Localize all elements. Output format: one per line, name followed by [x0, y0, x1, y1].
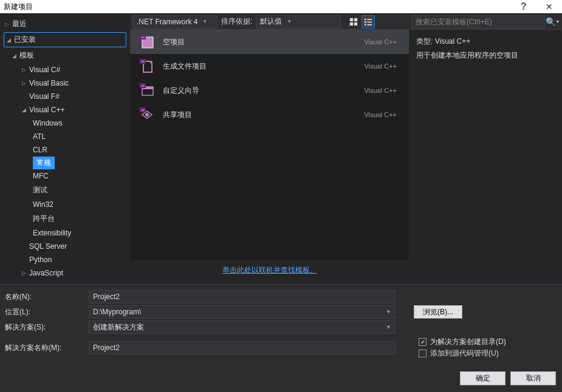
sidebar-item-javascript[interactable]: ▷JavaScript [0, 266, 130, 280]
sidebar-item-fsharp[interactable]: Visual F# [0, 90, 130, 103]
project-name-input[interactable] [89, 290, 396, 303]
cpp-wizard-icon: ++ [137, 81, 157, 100]
search-input[interactable] [411, 15, 545, 29]
sidebar-item-clr[interactable]: CLR [0, 143, 130, 157]
solution-name-input[interactable] [89, 341, 396, 354]
dialog-title: 新建项目 [4, 2, 33, 12]
sidebar-templates[interactable]: ◢模板 [0, 48, 130, 63]
svg-rect-6 [365, 21, 366, 23]
titlebar: 新建项目 ? ✕ [0, 0, 562, 13]
sidebar-item-csharp[interactable]: ▷Visual C# [0, 63, 130, 76]
sidebar: ▷最近 ◢已安装 ◢模板 ▷Visual C# ▷Visual Basic Vi… [0, 14, 130, 284]
svg-rect-5 [368, 19, 372, 20]
search-button[interactable]: 🔍▾ [545, 15, 560, 29]
sidebar-item-mfc[interactable]: MFC [0, 169, 130, 183]
sidebar-installed[interactable]: ◢已安装 [4, 32, 126, 47]
solution-input[interactable] [93, 323, 386, 331]
svg-point-20 [145, 113, 149, 117]
svg-text:++: ++ [141, 59, 145, 63]
ok-button[interactable]: 确定 [460, 371, 505, 385]
cpp-project-icon: ++ [137, 32, 157, 52]
sort-dropdown[interactable]: 默认值▼ [256, 15, 341, 29]
svg-rect-9 [368, 24, 372, 25]
sidebar-item-extensibility[interactable]: Extensibility [0, 226, 130, 240]
svg-rect-0 [350, 18, 353, 21]
svg-rect-7 [368, 21, 372, 22]
sidebar-recent[interactable]: ▷最近 [0, 16, 130, 32]
close-button[interactable]: ✕ [536, 0, 562, 13]
browse-button[interactable]: 浏览(B)... [414, 305, 462, 319]
sort-label: 排序依据: [221, 16, 252, 27]
cpp-shared-icon: ++ [137, 105, 157, 124]
help-button[interactable]: ? [511, 0, 536, 13]
svg-text:++: ++ [141, 84, 145, 87]
details-panel: 🔍▾ 类型: Visual C++ 用于创建本地应用程序的空项目 [409, 14, 562, 284]
template-makefile-project[interactable]: ++ 生成文件项目 Visual C++ [130, 54, 409, 78]
cancel-button[interactable]: 取消 [510, 371, 556, 385]
template-type: 类型: Visual C++ [416, 36, 555, 47]
sidebar-item-general[interactable]: 常规 [33, 157, 55, 169]
svg-rect-4 [365, 18, 366, 20]
grid-icon [349, 18, 358, 26]
svg-rect-1 [354, 18, 357, 21]
framework-dropdown[interactable]: .NET Framework 4▼ [132, 15, 218, 29]
chevron-down-icon: ▼ [386, 309, 391, 315]
chevron-down-icon: ▼ [386, 324, 391, 330]
svg-text:++: ++ [141, 108, 145, 112]
source-control-label: 添加到源代码管理(U) [430, 348, 499, 359]
dialog-buttons: 确定 取消 [0, 367, 562, 390]
cpp-makefile-icon: ++ [137, 56, 157, 76]
template-custom-wizard[interactable]: ++ 自定义向导 Visual C++ [130, 78, 409, 103]
location-label: 位置(L): [5, 307, 84, 317]
solution-label: 解决方案(S): [5, 322, 84, 333]
svg-rect-3 [354, 22, 357, 25]
svg-rect-2 [350, 22, 353, 25]
svg-rect-8 [365, 24, 366, 25]
template-shared-project[interactable]: ++ 共享项目 Visual C++ [130, 103, 409, 127]
online-templates-link[interactable]: 单击此处以联机并查找模板。 [222, 266, 317, 274]
solution-dropdown[interactable]: ▼ [89, 320, 396, 334]
source-control-checkbox[interactable] [419, 350, 427, 357]
template-empty-project[interactable]: ++ 空项目 Visual C++ [130, 30, 409, 54]
list-icon [364, 18, 372, 26]
location-input[interactable] [93, 308, 386, 316]
sidebar-item-win32[interactable]: Win32 [0, 198, 130, 211]
sidebar-item-crossplatform[interactable]: 跨平台 [0, 211, 130, 226]
sidebar-item-vb[interactable]: ▷Visual Basic [0, 76, 130, 90]
sidebar-item-cpp[interactable]: ◢Visual C++ [0, 103, 130, 117]
view-grid-button[interactable] [347, 15, 360, 29]
solution-name-label: 解决方案名称(M): [5, 343, 84, 353]
create-dir-label: 为解决方案创建目录(D) [430, 337, 506, 347]
online-templates-link-row: 单击此处以联机并查找模板。 [130, 260, 409, 284]
sidebar-item-test[interactable]: 测试 [0, 183, 130, 198]
project-form: 名称(N): 位置(L): ▼ 浏览(B)... 解决方案(S): ▼ 解决方案… [0, 284, 562, 367]
svg-text:++: ++ [141, 35, 145, 39]
template-description: 用于创建本地应用程序的空项目 [416, 50, 555, 61]
sidebar-item-python[interactable]: Python [0, 253, 130, 266]
sidebar-item-windows[interactable]: Windows [0, 117, 130, 130]
location-dropdown[interactable]: ▼ [89, 305, 396, 319]
sidebar-item-atl[interactable]: ATL [0, 130, 130, 143]
view-list-button[interactable] [362, 15, 375, 29]
name-label: 名称(N): [5, 292, 84, 302]
create-dir-checkbox[interactable] [419, 338, 427, 346]
sidebar-item-sqlserver[interactable]: SQL Server [0, 240, 130, 253]
search-icon: 🔍 [546, 17, 556, 27]
toolbar: .NET Framework 4▼ 排序依据: 默认值▼ [130, 14, 409, 30]
template-list: ++ 空项目 Visual C++ ++ 生成文件项目 Visual C++ +… [130, 30, 409, 260]
